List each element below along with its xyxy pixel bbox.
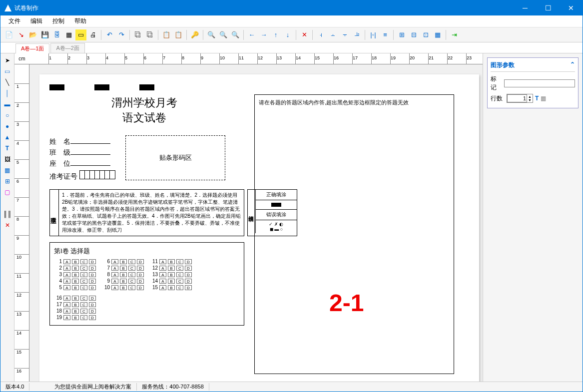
space1	[2, 198, 13, 208]
grid2-icon[interactable]: ⊟	[408, 29, 419, 40]
collapse-icon[interactable]: ⌃	[570, 61, 575, 69]
status-version: 版本4.0	[0, 383, 29, 391]
ruler-horizontal: cm 1234567891011121314151617181920212223	[14, 53, 483, 64]
statusbar: 版本4.0 为您提供全面网上阅卷解决方案 服务热线：400-707-8858	[0, 382, 583, 392]
notice-label: 注意事项	[50, 190, 59, 236]
text-tool-icon[interactable]: T	[2, 143, 13, 153]
grid4-icon[interactable]: ▦	[432, 29, 443, 40]
cut-icon[interactable]: 📋	[161, 29, 172, 40]
new-icon[interactable]: 📄	[3, 29, 14, 40]
page-setup-icon[interactable]: ▦	[63, 29, 74, 40]
delete-icon[interactable]: ✕	[299, 29, 310, 40]
barcode-area: 贴条形码区	[125, 135, 225, 180]
panel-title: 图形参数	[491, 61, 515, 69]
canvas[interactable]: 渭州学校月考 语文试卷 姓 名 班 级 座 位 准考证号 贴条形码区	[29, 64, 483, 382]
print-icon[interactable]: 🖨	[87, 29, 98, 40]
lock-icon[interactable]: 🔑	[189, 29, 200, 40]
line-tool-icon[interactable]: ╲	[2, 77, 13, 87]
rows-label: 行数	[491, 94, 505, 103]
tool-palette: ➤ ▭ ╲ │ ▬ ○ ● ▲ T 🖼 ▦ ⊞ ▢ ║║ ✕	[0, 53, 14, 382]
window-title: 试卷制作	[14, 4, 514, 12]
status-slogan: 为您提供全面网上阅卷解决方案	[49, 383, 137, 391]
menu-help[interactable]: 帮助	[69, 16, 91, 26]
grid-tool-icon[interactable]: ⊞	[2, 176, 13, 186]
exit-icon[interactable]: ⇥	[449, 29, 460, 40]
ruler-unit: cm	[14, 56, 29, 61]
app-window: 试卷制作 ─ ☐ ✕ 文件 编辑 控制 帮助 📄 ↘ 📂 💾 🗄 ▦ ▭ 🖨 ↶…	[0, 0, 583, 392]
clipboard-icon[interactable]: 📋	[173, 29, 184, 40]
select-icon[interactable]: ▭	[75, 29, 86, 40]
arrow-up-icon[interactable]: ↑	[270, 29, 281, 40]
arrow-down-icon[interactable]: ↓	[282, 29, 293, 40]
pointer-tool-icon[interactable]: ➤	[2, 55, 13, 65]
page-tabs: A卷—1面 A卷—2面	[0, 42, 583, 53]
page-number: 2-1	[329, 289, 364, 317]
wizard-icon[interactable]: ↘	[15, 29, 26, 40]
titlebar: 试卷制作 ─ ☐ ✕	[0, 0, 583, 15]
rows-spinner[interactable]: ▲▼	[507, 94, 533, 103]
save-icon[interactable]: 💾	[39, 29, 50, 40]
fillrect-tool-icon[interactable]: ▬	[2, 99, 13, 109]
notice-text: 1．答题前，考生先将自己的年级、班级、姓名，填写清楚。2．选择题必须使用2B铅笔…	[59, 190, 244, 236]
grid3-icon[interactable]: ⊡	[420, 29, 431, 40]
mark-input[interactable]	[504, 79, 575, 87]
mark-label: 标记	[491, 75, 502, 92]
grid-style-icon[interactable]: ▦	[541, 95, 546, 102]
table-tool-icon[interactable]: ▦	[2, 165, 13, 175]
fillellipse-tool-icon[interactable]: ●	[2, 121, 13, 131]
open-icon[interactable]: 📂	[27, 29, 38, 40]
zoom-in-icon[interactable]: 🔍	[230, 29, 241, 40]
text-style-icon[interactable]: T	[535, 95, 539, 102]
paste-icon[interactable]: ⿻	[144, 29, 155, 40]
dist-h-icon[interactable]: |◦|	[368, 29, 379, 40]
ellipse-tool-icon[interactable]: ○	[2, 110, 13, 120]
copy-icon[interactable]: ⿻	[132, 29, 143, 40]
exam-title: 渭州学校月考 语文试卷	[49, 95, 239, 125]
dist-v-icon[interactable]: ≡	[380, 29, 391, 40]
exam-page: 渭州学校月考 语文试卷 姓 名 班 级 座 位 准考证号 贴条形码区	[39, 74, 479, 382]
align-top-icon[interactable]: ⫟	[339, 29, 350, 40]
undo-icon[interactable]: ↶	[104, 29, 115, 40]
toolbar: 📄 ↘ 📂 💾 🗄 ▦ ▭ 🖨 ↶ ↷ ⿻ ⿻ 📋 📋 🔑 🔍 🔍 🔍 ← → …	[0, 27, 583, 42]
grid1-icon[interactable]: ⊞	[396, 29, 407, 40]
triangle-tool-icon[interactable]: ▲	[2, 132, 13, 142]
close-button[interactable]: ✕	[560, 0, 583, 15]
align-bottom-icon[interactable]: ⫡	[351, 29, 362, 40]
answer-area: 请在各题的答题区域内作答,超出黑色矩形边框限定的答题无效	[254, 94, 454, 374]
tab-a1[interactable]: A卷—1面	[15, 43, 49, 53]
barcode-tool-icon[interactable]: ║║	[2, 209, 13, 219]
tab-a2[interactable]: A卷—2面	[50, 43, 84, 53]
ruler-vertical: 12345678910111213141516	[14, 64, 29, 382]
menubar: 文件 编辑 控制 帮助	[0, 15, 583, 27]
delete-tool-icon[interactable]: ✕	[2, 220, 13, 230]
student-info: 姓 名 班 级 座 位 准考证号	[49, 135, 115, 183]
image-tool-icon[interactable]: 🖼	[2, 154, 13, 164]
vline-tool-icon[interactable]: │	[2, 88, 13, 98]
maximize-button[interactable]: ☐	[537, 0, 560, 15]
zoom-out-icon[interactable]: 🔍	[206, 29, 217, 40]
menu-file[interactable]: 文件	[3, 16, 25, 26]
arrow-right-icon[interactable]: →	[258, 29, 269, 40]
zoom-fit-icon[interactable]: 🔍	[218, 29, 229, 40]
custom-tool-icon[interactable]: ▢	[2, 187, 13, 197]
align-right-icon[interactable]: ⫠	[327, 29, 338, 40]
app-icon	[4, 4, 11, 11]
minimize-button[interactable]: ─	[514, 0, 537, 15]
align-left-icon[interactable]: ⫞	[315, 29, 326, 40]
rect-tool-icon[interactable]: ▭	[2, 66, 13, 76]
status-hotline: 服务热线：400-707-8858	[137, 383, 209, 391]
properties-panel: 图形参数 ⌃ 标记 行数 ▲▼ T ▦	[483, 53, 583, 382]
menu-control[interactable]: 控制	[47, 16, 69, 26]
saveall-icon[interactable]: 🗄	[51, 29, 62, 40]
menu-edit[interactable]: 编辑	[25, 16, 47, 26]
redo-icon[interactable]: ↷	[116, 29, 127, 40]
section-1: 第I卷 选择题 1ABCD6ABCD11ABCD2ABCD7ABCD12ABCD…	[49, 242, 244, 326]
arrow-left-icon[interactable]: ←	[246, 29, 257, 40]
